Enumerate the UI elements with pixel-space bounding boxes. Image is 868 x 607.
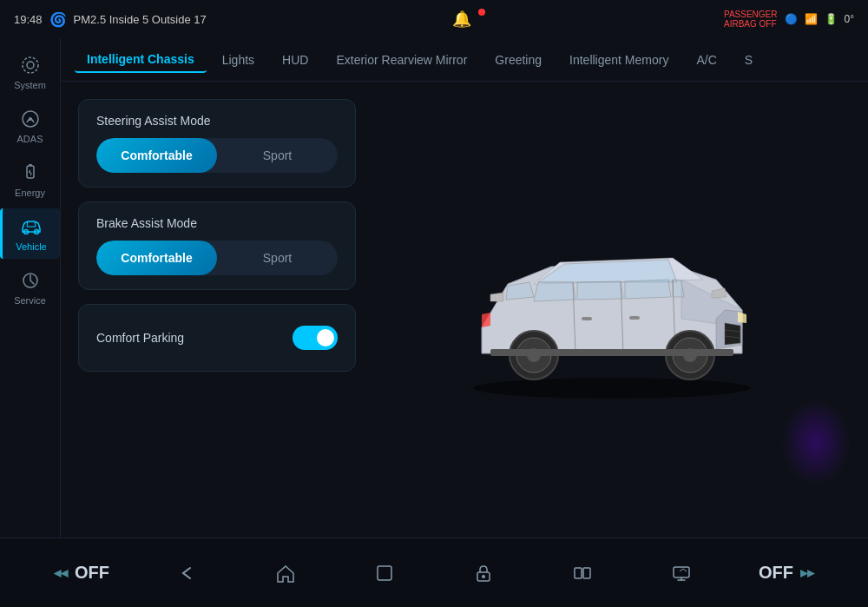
svg-rect-27 xyxy=(575,568,582,578)
sidebar-item-service[interactable]: Service xyxy=(0,262,60,313)
service-label: Service xyxy=(14,295,46,306)
svg-point-0 xyxy=(27,62,34,69)
comfort-parking-card: Comfort Parking xyxy=(78,304,356,372)
content-body: Steering Assist Mode Comfortable Sport B… xyxy=(61,82,868,538)
signal-icon: 📶 xyxy=(805,13,818,25)
svg-rect-24 xyxy=(378,566,391,580)
comfort-parking-toggle[interactable] xyxy=(293,326,338,350)
system-icon xyxy=(19,54,42,76)
system-label: System xyxy=(14,80,46,90)
brake-assist-label: Brake Assist Mode xyxy=(96,216,338,230)
svg-rect-5 xyxy=(29,164,32,166)
tab-intelligent-chassis[interactable]: Intelligent Chassis xyxy=(75,47,207,73)
brake-assist-card: Brake Assist Mode Comfortable Sport xyxy=(78,201,356,290)
vehicle-icon xyxy=(20,215,43,238)
sidebar-item-energy[interactable]: Energy xyxy=(0,155,60,205)
bell-icon: 🔔 xyxy=(452,10,471,29)
notification-dot xyxy=(478,9,485,16)
split-screen-button[interactable] xyxy=(561,561,604,585)
brake-sport-btn[interactable]: Sport xyxy=(217,241,338,275)
svg-point-26 xyxy=(482,575,485,578)
tab-hud[interactable]: HUD xyxy=(270,48,320,72)
tab-greeting[interactable]: Greeting xyxy=(483,48,554,72)
purple-glow-effect xyxy=(781,399,851,485)
svg-rect-29 xyxy=(674,567,689,577)
time-display: 19:48 xyxy=(14,13,43,26)
svg-rect-28 xyxy=(583,568,590,578)
temperature-display: 0° xyxy=(845,13,854,25)
steering-assist-toggle-group: Comfortable Sport xyxy=(96,138,338,173)
svg-rect-21 xyxy=(582,317,592,320)
adas-icon xyxy=(19,108,42,130)
adas-label: ADAS xyxy=(17,134,43,144)
right-off-label: OFF xyxy=(759,563,793,583)
lock-button[interactable] xyxy=(462,561,505,585)
passenger-airbag-status: PASSENGERAIRBAG OFF xyxy=(724,10,778,29)
tab-s[interactable]: S xyxy=(733,48,765,72)
car-image xyxy=(447,214,777,406)
svg-rect-22 xyxy=(629,316,640,320)
brake-assist-toggle-group: Comfortable Sport xyxy=(96,241,338,275)
content-area: Intelligent Chassis Lights HUD Exterior … xyxy=(61,38,868,538)
tab-ac[interactable]: A/C xyxy=(684,48,728,72)
steering-comfortable-btn[interactable]: Comfortable xyxy=(96,138,217,173)
battery-icon: 🔋 xyxy=(825,13,838,25)
tab-intelligent-memory[interactable]: Intelligent Memory xyxy=(557,48,681,72)
air-quality-icon: 🌀 xyxy=(49,11,67,28)
left-arrow-icon: ◂◂ xyxy=(54,564,68,581)
car-visualization xyxy=(373,99,851,520)
steering-assist-card: Steering Assist Mode Comfortable Sport xyxy=(78,99,356,188)
brake-comfortable-btn[interactable]: Comfortable xyxy=(96,241,217,275)
left-off-control[interactable]: ◂◂ OFF xyxy=(54,563,109,583)
right-arrow-icon: ▸▸ xyxy=(800,564,814,581)
square-button[interactable] xyxy=(363,561,406,585)
air-quality-text: PM2.5 Inside 5 Outside 17 xyxy=(74,13,207,26)
svg-point-9 xyxy=(473,378,751,399)
service-icon xyxy=(19,269,42,292)
status-left: 19:48 🌀 PM2.5 Inside 5 Outside 17 xyxy=(14,11,207,28)
steering-sport-btn[interactable]: Sport xyxy=(217,138,338,173)
sidebar-item-vehicle[interactable]: Vehicle xyxy=(0,208,60,259)
main-container: System ADAS Energy xyxy=(0,38,868,538)
bottom-bar: ◂◂ OFF xyxy=(0,538,868,607)
tab-lights[interactable]: Lights xyxy=(210,48,266,72)
home-button[interactable] xyxy=(264,561,307,585)
screen-share-button[interactable] xyxy=(660,561,703,585)
sidebar-item-adas[interactable]: ADAS xyxy=(0,101,60,151)
tab-exterior-rearview-mirror[interactable]: Exterior Rearview Mirror xyxy=(324,48,479,72)
energy-icon xyxy=(19,162,42,184)
notification-area: 🔔 xyxy=(452,10,478,29)
steering-assist-label: Steering Assist Mode xyxy=(96,114,338,128)
sidebar-item-system[interactable]: System xyxy=(0,47,60,97)
control-panel: Steering Assist Mode Comfortable Sport B… xyxy=(78,99,356,520)
vehicle-label: Vehicle xyxy=(16,241,46,252)
status-bar: 19:48 🌀 PM2.5 Inside 5 Outside 17 🔔 PASS… xyxy=(0,0,868,38)
energy-label: Energy xyxy=(15,188,45,198)
tab-bar: Intelligent Chassis Lights HUD Exterior … xyxy=(61,38,868,82)
comfort-parking-row: Comfort Parking xyxy=(96,319,338,357)
svg-point-1 xyxy=(23,57,38,73)
svg-rect-23 xyxy=(490,349,733,356)
status-right: PASSENGERAIRBAG OFF 🔵 📶 🔋 0° xyxy=(724,10,854,29)
right-off-control[interactable]: OFF ▸▸ xyxy=(759,563,814,583)
comfort-parking-label: Comfort Parking xyxy=(96,331,184,345)
back-button[interactable] xyxy=(165,561,208,585)
svg-point-3 xyxy=(29,117,32,121)
bluetooth-icon: 🔵 xyxy=(785,13,798,25)
left-off-label: OFF xyxy=(75,563,109,583)
car-svg xyxy=(447,214,777,406)
sidebar: System ADAS Energy xyxy=(0,38,61,538)
